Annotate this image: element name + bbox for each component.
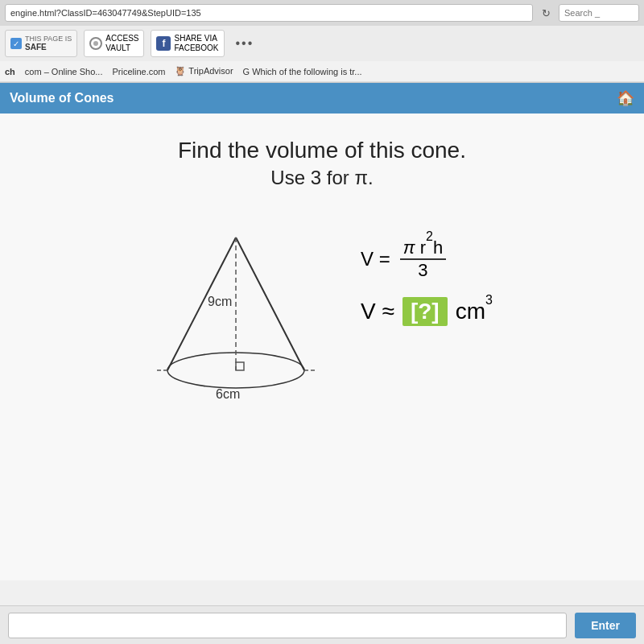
share-line2: FACEBOOK [174, 43, 218, 53]
address-bar[interactable]: engine.html?ClassID=463047749&StepUID=13… [5, 4, 533, 22]
more-options-button[interactable]: ••• [231, 34, 259, 53]
page-title-bar: Volume of Cones 🏠 [0, 83, 644, 114]
cube-superscript: 3 [485, 293, 493, 307]
page-safe-line2: SAFE [25, 43, 72, 52]
svg-text:9cm: 9cm [208, 295, 232, 308]
page-safe-text: THIS PAGE IS SAFE [25, 35, 72, 53]
content-area: 9cm 6cm V = π r2h 3 V ≈ [16, 213, 628, 410]
share-facebook-button[interactable]: f SHARE VIA FACEBOOK [151, 30, 224, 57]
bottom-bar: Enter [0, 605, 644, 644]
svg-rect-4 [236, 362, 244, 370]
search-box[interactable] [559, 4, 639, 22]
bookmarks-bar: ch com – Online Sho... Priceline.com 🦉 T… [0, 61, 644, 82]
formula-lhs: V = [361, 248, 390, 270]
bookmark-google-which[interactable]: G Which of the following is tr... [243, 67, 362, 76]
main-content: Find the volume of this cone. Use 3 for … [0, 114, 644, 580]
enter-button[interactable]: Enter [575, 613, 636, 638]
cone-diagram: 9cm 6cm [151, 213, 328, 410]
refresh-button[interactable]: ↻ [538, 5, 554, 21]
refresh-icon: ↻ [542, 7, 551, 19]
pi-symbol: π [403, 237, 415, 258]
vault-circle-icon [89, 37, 102, 50]
page-title: Volume of Cones [10, 91, 114, 105]
home-icon[interactable]: 🏠 [617, 89, 634, 107]
bookmark-tripadvisor[interactable]: 🦉 TripAdvisor [175, 66, 233, 76]
checkmark-icon: ✓ [10, 38, 22, 49]
access-line2: VAULT [105, 43, 138, 53]
url-text: engine.html?ClassID=463047749&StepUID=13… [10, 8, 201, 18]
answer-box: [?] [402, 297, 448, 326]
cone-svg: 9cm 6cm [151, 213, 320, 407]
r-squared: r2h [420, 237, 443, 258]
denominator: 3 [415, 260, 431, 281]
problem-line2: Use 3 for π. [178, 167, 466, 189]
vault-inner [93, 41, 98, 46]
dots-icon: ••• [236, 36, 254, 51]
units-text: cm3 [456, 299, 493, 324]
search-input[interactable] [564, 8, 629, 18]
svg-line-2 [236, 237, 304, 370]
answer-input[interactable] [8, 613, 567, 638]
access-vault-button[interactable]: ACCESS VAULT [84, 30, 144, 57]
page-safe-button[interactable]: ✓ THIS PAGE IS SAFE [5, 30, 77, 57]
page-safe-line1: THIS PAGE IS [25, 35, 72, 43]
browser-chrome: engine.html?ClassID=463047749&StepUID=13… [0, 0, 644, 83]
share-line1: SHARE VIA [174, 34, 218, 43]
formula-line1: V = π r2h 3 [361, 237, 493, 281]
problem-text: Find the volume of this cone. Use 3 for … [178, 138, 466, 189]
access-line1: ACCESS [105, 34, 138, 43]
toolbar-row: ✓ THIS PAGE IS SAFE ACCESS VAULT f SHARE… [0, 26, 644, 61]
formula-area: V = π r2h 3 V ≈ [?] cm3 [361, 237, 493, 326]
fraction: π r2h 3 [400, 237, 446, 281]
answer-line: V ≈ [?] cm3 [361, 297, 493, 326]
bookmark-ch[interactable]: ch [5, 67, 15, 76]
share-facebook-text: SHARE VIA FACEBOOK [174, 34, 218, 53]
address-bar-row: engine.html?ClassID=463047749&StepUID=13… [0, 0, 644, 26]
facebook-icon: f [156, 36, 171, 51]
svg-text:6cm: 6cm [216, 387, 240, 401]
access-vault-text: ACCESS VAULT [105, 34, 138, 53]
numerator: π r2h [400, 237, 446, 260]
problem-line1: Find the volume of this cone. [178, 138, 466, 163]
bookmark-online-sho[interactable]: com – Online Sho... [25, 67, 103, 76]
v-approx-text: V ≈ [361, 299, 394, 324]
bookmark-priceline[interactable]: Priceline.com [112, 67, 165, 76]
